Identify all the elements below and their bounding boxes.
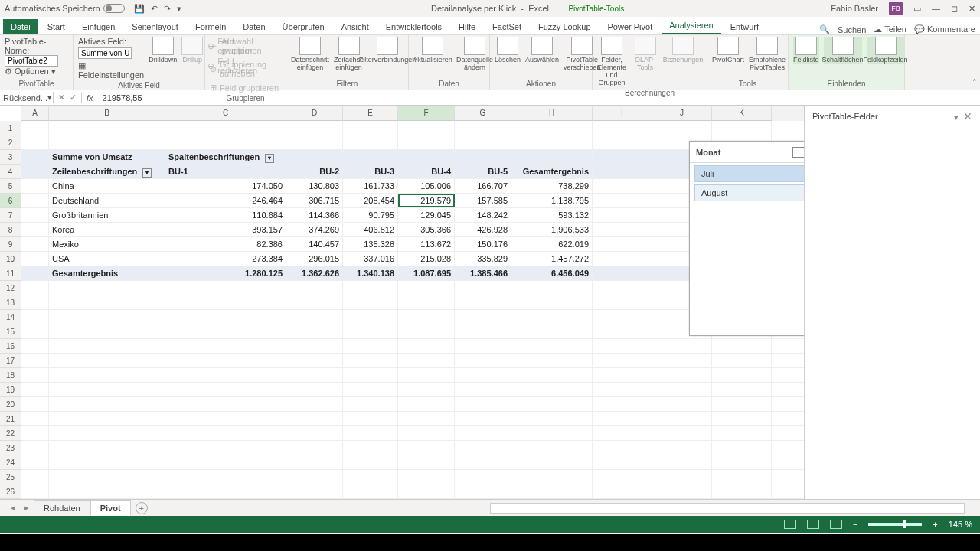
cell[interactable]: [21, 455, 49, 469]
cell[interactable]: [21, 165, 49, 178]
cell[interactable]: 1.457.272: [511, 252, 593, 266]
row-header-19[interactable]: 19: [0, 383, 21, 397]
cell[interactable]: [593, 484, 652, 498]
cell[interactable]: 393.157: [165, 223, 286, 236]
cell[interactable]: [343, 383, 398, 396]
save-icon[interactable]: 💾: [134, 4, 145, 14]
cell[interactable]: [593, 223, 652, 236]
cell[interactable]: [455, 150, 511, 164]
row-header-20[interactable]: 20: [0, 397, 21, 412]
cell[interactable]: Spaltenbeschriftungen ▾: [165, 150, 286, 164]
cell[interactable]: 82.386: [165, 237, 286, 251]
cell[interactable]: [343, 354, 398, 367]
cell[interactable]: 105.006: [398, 179, 455, 193]
col-filter-icon[interactable]: ▾: [265, 154, 274, 163]
activefield-input[interactable]: [78, 47, 132, 59]
row-header-1[interactable]: 1: [0, 121, 21, 135]
tab-formeln[interactable]: Formeln: [188, 19, 234, 34]
cell[interactable]: [49, 368, 165, 382]
cell[interactable]: [165, 135, 286, 149]
cell[interactable]: [398, 135, 455, 149]
cell[interactable]: [398, 324, 455, 338]
row-header-5[interactable]: 5: [0, 179, 21, 194]
row-header-15[interactable]: 15: [0, 324, 21, 339]
cell[interactable]: [165, 484, 286, 498]
cell[interactable]: [455, 412, 511, 425]
sheet-tab-rohdaten[interactable]: Rohdaten: [34, 500, 90, 516]
cell[interactable]: [398, 412, 455, 425]
cell[interactable]: [593, 354, 652, 367]
cell[interactable]: [21, 412, 49, 425]
cell[interactable]: [511, 397, 593, 411]
slicer-item[interactable]: Juli: [694, 165, 804, 182]
cell[interactable]: [165, 441, 286, 455]
cell[interactable]: 129.045: [398, 208, 455, 222]
cell[interactable]: [21, 484, 49, 498]
cell[interactable]: Mexiko: [49, 237, 165, 251]
cell[interactable]: 1.087.695: [398, 266, 455, 280]
cell[interactable]: [286, 281, 343, 295]
change-datasource-button[interactable]: Datenquelle ändern: [456, 37, 493, 72]
cell[interactable]: 208.454: [343, 194, 398, 207]
cell[interactable]: [21, 281, 49, 295]
tab-überprüfen[interactable]: Überprüfen: [275, 19, 332, 34]
cell[interactable]: 166.707: [455, 179, 511, 193]
cell[interactable]: [511, 295, 593, 309]
relationships-button[interactable]: Beziehungen: [664, 37, 702, 64]
row-header-25[interactable]: 25: [0, 470, 21, 484]
cell[interactable]: 110.684: [165, 208, 286, 222]
cell[interactable]: [455, 455, 511, 469]
cell[interactable]: [652, 470, 712, 484]
cell[interactable]: [593, 281, 652, 295]
col-header-K[interactable]: K: [712, 106, 772, 121]
cell[interactable]: 150.176: [455, 237, 511, 251]
cell[interactable]: [165, 324, 286, 338]
comments-button[interactable]: 💬 Kommentare: [914, 24, 975, 34]
cell[interactable]: [49, 426, 165, 440]
cell[interactable]: [343, 368, 398, 382]
cell[interactable]: [398, 368, 455, 382]
cell[interactable]: [21, 252, 49, 266]
cell[interactable]: [286, 426, 343, 440]
row-header-16[interactable]: 16: [0, 339, 21, 354]
cell[interactable]: [21, 194, 49, 207]
cell[interactable]: China: [49, 179, 165, 193]
cell[interactable]: [712, 412, 772, 425]
cell[interactable]: [49, 324, 165, 338]
cell[interactable]: [286, 397, 343, 411]
row-header-21[interactable]: 21: [0, 412, 21, 426]
cell[interactable]: Deutschland: [49, 194, 165, 207]
cell[interactable]: [21, 135, 49, 149]
cell[interactable]: [712, 470, 772, 484]
cell[interactable]: [398, 441, 455, 455]
row-header-22[interactable]: 22: [0, 426, 21, 441]
tab-start[interactable]: Start: [40, 19, 73, 34]
col-header-E[interactable]: E: [343, 106, 398, 121]
view-pagelayout-icon[interactable]: [807, 520, 819, 529]
cell[interactable]: 1.385.466: [455, 266, 511, 280]
col-header-I[interactable]: I: [593, 106, 652, 121]
sheet-tab-pivot[interactable]: Pivot: [90, 500, 131, 516]
row-header-18[interactable]: 18: [0, 368, 21, 383]
cell[interactable]: [398, 354, 455, 367]
cell[interactable]: BU-3: [343, 165, 398, 178]
cell[interactable]: [511, 281, 593, 295]
add-sheet-button[interactable]: +: [136, 502, 148, 514]
search-label[interactable]: Suchen: [838, 25, 866, 34]
col-header-C[interactable]: C: [165, 106, 286, 121]
cell[interactable]: [49, 441, 165, 455]
cell[interactable]: [343, 324, 398, 338]
maximize-icon[interactable]: ◻: [951, 4, 958, 14]
cell[interactable]: [286, 470, 343, 484]
cell[interactable]: [593, 252, 652, 266]
cell[interactable]: [343, 339, 398, 353]
row-header-23[interactable]: 23: [0, 441, 21, 455]
cell[interactable]: [286, 150, 343, 164]
cell[interactable]: [593, 121, 652, 135]
tab-factset[interactable]: FactSet: [485, 19, 529, 34]
cell[interactable]: [49, 135, 165, 149]
drillup-button[interactable]: Drillup: [181, 37, 203, 64]
cell[interactable]: [712, 354, 772, 367]
col-header-B[interactable]: B: [49, 106, 165, 121]
cell[interactable]: [21, 354, 49, 367]
